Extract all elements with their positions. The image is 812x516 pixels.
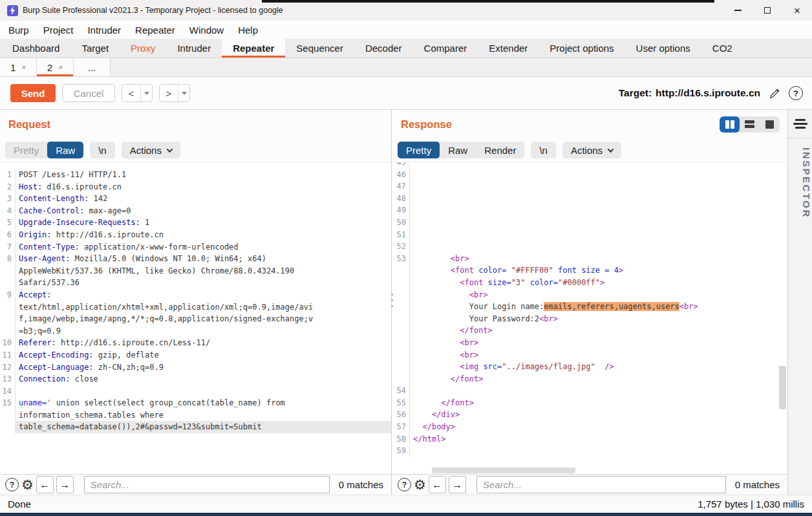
- tab-raw[interactable]: Raw: [47, 142, 83, 158]
- repeater-tab-bar: 1×2×...: [0, 58, 812, 77]
- repeater-tab-2[interactable]: 2×: [37, 58, 74, 76]
- tab-newline[interactable]: \n: [531, 142, 556, 158]
- layout-columns-button[interactable]: [720, 116, 740, 133]
- tab-co2[interactable]: CO2: [701, 39, 743, 58]
- actions-button[interactable]: Actions: [122, 142, 180, 158]
- inspector-menu-icon[interactable]: [788, 110, 812, 138]
- request-editor[interactable]: 1POST /Less-11/ HTTP/1.12Host: d16.s.ipr…: [0, 162, 391, 474]
- code-text: Host: d16.s.iproute.cn: [16, 181, 391, 193]
- search-settings-icon[interactable]: ⚙: [21, 478, 34, 491]
- back-dropdown[interactable]: [141, 85, 152, 102]
- code-text: Referer: http://d16.s.iproute.cn/Less-11…: [16, 337, 391, 349]
- line-number: [0, 301, 16, 314]
- code-text: Content-Type: application/x-www-form-url…: [16, 241, 391, 253]
- panel-divider-handle[interactable]: [389, 294, 395, 307]
- menu-repeater[interactable]: Repeater: [128, 25, 182, 36]
- code-text: uname=' union select(select group_concat…: [16, 397, 391, 409]
- code-text: [16, 385, 391, 398]
- search-matches: 0 matches: [735, 479, 780, 490]
- tab-pretty[interactable]: Pretty: [398, 142, 440, 158]
- code-text: [410, 180, 787, 193]
- code-row: 3Content-Length: 142: [0, 193, 391, 205]
- line-number: 48: [392, 193, 410, 205]
- search-next-button[interactable]: →: [449, 476, 466, 493]
- code-text: Upgrade-Insecure-Requests: 1: [16, 217, 391, 229]
- search-input[interactable]: [476, 476, 726, 493]
- tab-decoder[interactable]: Decoder: [354, 39, 413, 58]
- forward-button[interactable]: >: [160, 85, 178, 102]
- menu-burp[interactable]: Burp: [1, 25, 36, 36]
- close-tab-icon[interactable]: ×: [21, 63, 25, 71]
- code-text: [410, 241, 787, 253]
- tab-intruder[interactable]: Intruder: [166, 39, 222, 58]
- menu-window[interactable]: Window: [182, 25, 231, 36]
- maximize-button[interactable]: [753, 0, 782, 21]
- tab-dashboard[interactable]: Dashboard: [1, 39, 70, 58]
- target-label: Target:: [619, 87, 652, 99]
- request-header: Request: [0, 110, 391, 138]
- line-number: 10: [0, 337, 16, 349]
- search-help-icon[interactable]: ?: [5, 478, 19, 491]
- code-text: </font>: [410, 397, 787, 409]
- help-icon[interactable]: ?: [789, 86, 803, 100]
- tab-repeater[interactable]: Repeater: [222, 39, 285, 58]
- response-format-tabs: PrettyRawRender: [398, 142, 524, 158]
- tab-project-options[interactable]: Project options: [539, 39, 625, 58]
- code-row: <img src="../images/flag.jpg" />: [392, 361, 787, 373]
- close-tab-icon[interactable]: ×: [58, 63, 62, 71]
- forward-split-button[interactable]: >: [159, 84, 190, 102]
- code-row: information_schema.tables where: [0, 409, 391, 422]
- code-text: [410, 445, 787, 457]
- tab-raw[interactable]: Raw: [440, 142, 476, 158]
- repeater-tab-[interactable]: ...: [74, 58, 111, 76]
- editor-split-area: Request PrettyRaw \n Actions 1POST /Less…: [0, 110, 812, 495]
- inspector-strip[interactable]: INSPECTOR: [787, 110, 812, 495]
- tab-newline[interactable]: \n: [90, 142, 115, 158]
- layout-single-button[interactable]: [760, 116, 780, 133]
- tab-pretty[interactable]: Pretty: [5, 142, 47, 158]
- tab-extender[interactable]: Extender: [478, 39, 539, 58]
- actions-button[interactable]: Actions: [562, 142, 621, 158]
- code-row: 46: [392, 169, 787, 181]
- search-prev-button[interactable]: ←: [429, 476, 446, 493]
- tab-render[interactable]: Render: [476, 142, 524, 158]
- line-number: 58: [392, 433, 410, 446]
- search-settings-icon[interactable]: ⚙: [414, 478, 426, 491]
- vertical-scrollbar-thumb[interactable]: [779, 366, 786, 409]
- tab-proxy[interactable]: Proxy: [120, 39, 166, 58]
- close-button[interactable]: ×: [782, 0, 812, 21]
- forward-dropdown[interactable]: [178, 85, 189, 102]
- line-number: 11: [0, 349, 16, 361]
- menu-intruder[interactable]: Intruder: [80, 25, 128, 36]
- code-row: text/html,application/xhtml+xml,applicat…: [0, 301, 391, 314]
- response-editor[interactable]: 454647484950515253 <br> <font color= "#F…: [392, 162, 787, 474]
- inspector-label[interactable]: INSPECTOR: [788, 147, 812, 219]
- back-button[interactable]: <: [122, 85, 141, 102]
- menu-project[interactable]: Project: [36, 25, 81, 36]
- tab-sequencer[interactable]: Sequencer: [285, 39, 354, 58]
- response-title: Response: [401, 118, 452, 131]
- search-prev-button[interactable]: ←: [36, 476, 54, 493]
- horizontal-scrollbar-thumb[interactable]: [432, 468, 575, 473]
- code-row: 57 </body>: [392, 421, 787, 433]
- layout-rows-button[interactable]: [740, 116, 760, 133]
- tab-target[interactable]: Target: [70, 39, 120, 58]
- line-number: [392, 361, 410, 373]
- search-next-button[interactable]: →: [56, 476, 74, 493]
- tab-comparer[interactable]: Comparer: [413, 39, 478, 58]
- cancel-button[interactable]: Cancel: [62, 84, 115, 102]
- response-view-tabs: PrettyRawRender \n Actions: [392, 138, 787, 162]
- tab-user-options[interactable]: User options: [625, 39, 701, 58]
- line-number: 14: [0, 385, 16, 398]
- repeater-tab-1[interactable]: 1×: [0, 58, 37, 76]
- line-number: [392, 289, 410, 301]
- send-button[interactable]: Send: [10, 84, 56, 102]
- search-input[interactable]: [84, 476, 330, 493]
- request-view-tabs: PrettyRaw \n Actions: [0, 138, 391, 162]
- menu-help[interactable]: Help: [231, 25, 265, 36]
- edit-target-icon[interactable]: [769, 87, 781, 100]
- back-split-button[interactable]: <: [122, 84, 153, 102]
- search-help-icon[interactable]: ?: [398, 478, 411, 491]
- code-text: User-Agent: Mozilla/5.0 (Windows NT 10.0…: [16, 253, 391, 265]
- minimize-button[interactable]: [723, 0, 753, 21]
